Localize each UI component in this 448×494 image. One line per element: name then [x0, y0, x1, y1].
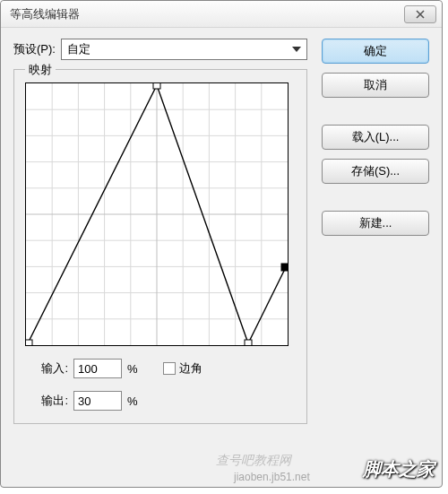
output-field[interactable]	[73, 391, 122, 411]
preset-row: 预设(P): 自定	[13, 39, 307, 60]
left-column: 预设(P): 自定 映射	[13, 39, 307, 424]
contour-editor-dialog: 等高线编辑器 预设(P): 自定 映射	[0, 0, 443, 488]
preset-select[interactable]: 自定	[61, 39, 307, 60]
dialog-content: 预设(P): 自定 映射	[1, 28, 442, 435]
curve-point-3-selected	[281, 264, 288, 271]
corner-checkbox[interactable]	[163, 362, 176, 375]
mapping-fieldset: 映射	[13, 69, 307, 424]
load-button[interactable]: 载入(L)...	[322, 125, 429, 150]
button-column: 确定 取消 载入(L)... 存储(S)... 新建...	[322, 39, 429, 424]
output-label: 输出:	[25, 393, 68, 409]
close-icon	[416, 10, 425, 19]
output-row: 输出: %	[25, 391, 296, 411]
watermark-text-2: jiaoben.jb51.net	[234, 471, 310, 483]
watermark-text: 脚本之家	[363, 457, 435, 481]
titlebar: 等高线编辑器	[1, 1, 442, 28]
corner-checkbox-wrap[interactable]: 边角	[163, 360, 202, 377]
dialog-title: 等高线编辑器	[10, 6, 404, 22]
output-unit: %	[127, 394, 138, 408]
input-row: 输入: % 边角	[25, 359, 296, 378]
cancel-button[interactable]: 取消	[322, 73, 429, 98]
new-button[interactable]: 新建...	[322, 211, 429, 236]
input-field[interactable]	[73, 359, 122, 378]
preset-label: 预设(P):	[13, 41, 56, 57]
curve-point-2	[245, 340, 252, 345]
fieldset-legend: 映射	[25, 62, 56, 78]
close-button[interactable]	[404, 5, 436, 23]
contour-graph[interactable]	[25, 82, 289, 346]
curve-point-1	[153, 83, 160, 89]
watermark-text-3: 查号吧教程网	[216, 453, 291, 469]
curve-point-0	[26, 340, 32, 345]
ok-button[interactable]: 确定	[322, 39, 429, 64]
save-button[interactable]: 存储(S)...	[322, 159, 429, 184]
input-unit: %	[127, 362, 138, 376]
input-label: 输入:	[25, 360, 68, 377]
preset-value: 自定	[67, 41, 292, 57]
corner-label: 边角	[179, 360, 202, 377]
graph-svg	[26, 83, 288, 345]
chevron-down-icon	[292, 47, 301, 52]
